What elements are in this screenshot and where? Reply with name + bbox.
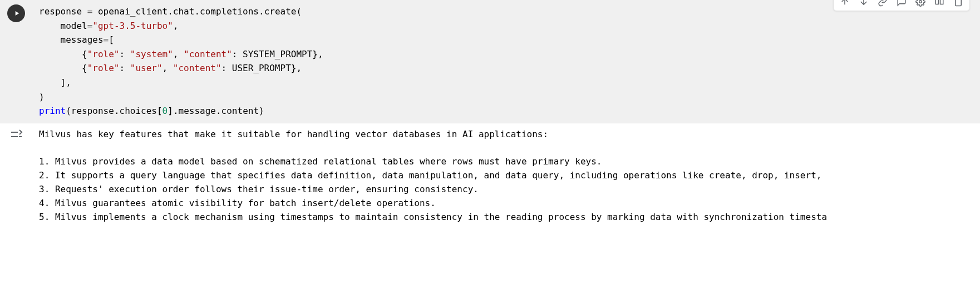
arrow-down-icon xyxy=(859,0,869,7)
code-editor[interactable]: response = openai_client.chat.completion… xyxy=(32,0,980,123)
run-cell-button[interactable] xyxy=(7,4,25,22)
comment-button[interactable] xyxy=(894,0,909,9)
mirror-button[interactable] xyxy=(932,0,947,9)
output-text: Milvus has key features that make it sui… xyxy=(39,128,973,224)
output-scroll[interactable]: Milvus has key features that make it sui… xyxy=(39,128,973,230)
toggle-output-button[interactable] xyxy=(9,128,23,141)
output-gutter xyxy=(0,123,32,232)
link-button[interactable] xyxy=(875,0,890,9)
gear-icon xyxy=(915,0,925,7)
mirror-icon xyxy=(934,0,944,7)
code-gutter xyxy=(0,0,32,123)
output-area: Milvus has key features that make it sui… xyxy=(32,123,980,232)
svg-rect-1 xyxy=(935,0,938,4)
link-icon xyxy=(878,0,888,7)
arrow-up-icon xyxy=(840,0,850,7)
code-cell: response = openai_client.chat.completion… xyxy=(0,0,980,123)
cell-toolbar xyxy=(833,0,970,11)
move-up-button[interactable] xyxy=(837,0,853,9)
code-content[interactable]: response = openai_client.chat.completion… xyxy=(39,4,973,118)
settings-button[interactable] xyxy=(913,0,928,9)
output-cell: Milvus has key features that make it sui… xyxy=(0,123,980,232)
move-down-button[interactable] xyxy=(856,0,871,9)
play-icon xyxy=(13,9,21,17)
output-toggle-icon xyxy=(9,128,23,141)
delete-button[interactable] xyxy=(951,0,966,9)
trash-icon xyxy=(953,0,963,7)
svg-point-0 xyxy=(919,1,922,3)
svg-rect-2 xyxy=(940,0,943,4)
comment-icon xyxy=(897,0,907,7)
